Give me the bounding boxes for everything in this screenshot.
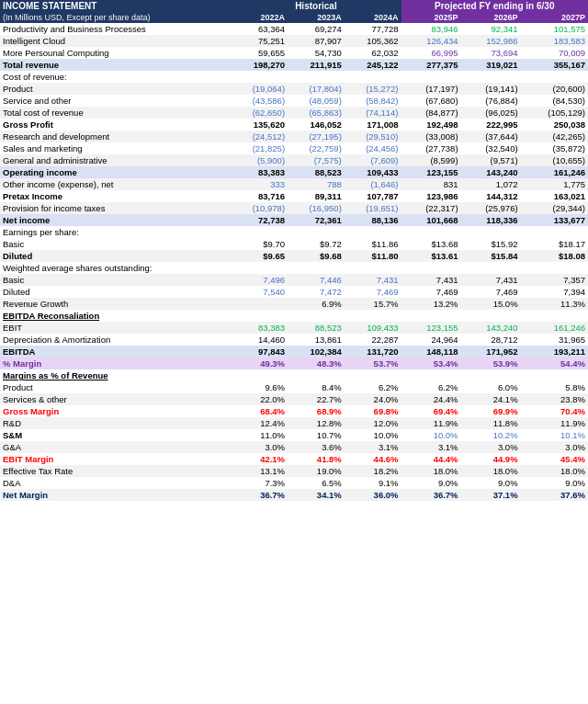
cell-value: 3.6% [288,441,345,453]
cell-value [288,226,345,238]
row-label: General and administrative [0,154,231,166]
cell-value: 109,433 [345,166,401,178]
row-label: Depreciation & Amortization [0,334,231,346]
row-label: Gross Profit [0,119,231,131]
cell-value: $13.61 [401,250,461,262]
table-row: Gross Margin68.4%68.9%69.8%69.4%69.9%70.… [0,405,588,417]
projected-header: Projected FY ending in 6/30 [401,0,588,12]
year-2026p: 2026P [461,12,521,23]
cell-value: (76,884) [461,95,521,107]
cell-value: 7,472 [288,286,345,298]
row-label: Operating income [0,166,231,178]
table-row: Depreciation & Amortization14,46013,8612… [0,334,588,346]
cell-value: (24,512) [231,131,288,142]
cell-value: 126,434 [401,35,461,47]
cell-value: 6.0% [461,381,521,393]
cell-value [401,71,461,83]
cell-value: 3.1% [345,441,401,453]
cell-value: $9.68 [288,250,345,262]
row-label: EBIT Margin [0,453,231,465]
cell-value: 42.1% [231,453,288,465]
row-label: Other income (expense), net [0,178,231,190]
cell-value: 123,986 [401,190,461,202]
cell-value: (96,025) [461,107,521,119]
cell-value: (24,456) [345,142,401,154]
cell-value: 69,274 [288,23,345,35]
cell-value [231,298,288,310]
cell-value: 36.0% [345,489,401,501]
cell-value [401,226,461,238]
table-row: Product(19,064)(17,804)(15,272)(17,197)(… [0,83,588,95]
cell-value: (16,950) [288,202,345,214]
income-statement-table: INCOME STATEMENT Historical Projected FY… [0,0,588,501]
cell-value: 89,311 [288,190,345,202]
cell-value: 69.9% [461,405,521,417]
cell-value: 171,952 [461,346,521,358]
row-label: Basic [0,238,231,250]
cell-value: 15.7% [345,298,401,310]
cell-value: 1,775 [521,178,588,190]
cell-value: 144,312 [461,190,521,202]
row-label: EBITDA Reconsaliation [0,310,231,322]
row-label: Gross Margin [0,405,231,417]
cell-value: 13.1% [231,465,288,477]
cell-value: (42,265) [521,131,588,142]
table-row: % Margin49.3%48.3%53.7%53.4%53.9%54.4% [0,358,588,369]
cell-value [345,226,401,238]
cell-value: 44.9% [461,453,521,465]
cell-value: 34.1% [288,489,345,501]
cell-value: 7,540 [231,286,288,298]
cell-value: (5,900) [231,154,288,166]
cell-value: 7,469 [461,286,521,298]
cell-value: 11.9% [521,417,588,429]
cell-value: 10.2% [461,429,521,441]
cell-value: 22.7% [288,393,345,405]
cell-value: 24.4% [401,393,461,405]
cell-value: 36.7% [401,489,461,501]
row-label: Total cost of revenue [0,107,231,119]
cell-value: 54.4% [521,358,588,369]
cell-value [231,262,288,274]
table-row: Productivity and Business Processes63,36… [0,23,588,35]
table-row: Services & other22.0%22.7%24.0%24.4%24.1… [0,393,588,405]
row-label: D&A [0,477,231,489]
cell-value: (15,272) [345,83,401,95]
cell-value: (10,978) [231,202,288,214]
row-label: Weighted average shares outstanding: [0,262,231,274]
cell-value: 83,716 [231,190,288,202]
cell-value: 319,021 [461,59,521,71]
cell-value: (43,586) [231,95,288,107]
cell-value: 3.0% [231,441,288,453]
cell-value: 18.0% [401,465,461,477]
row-label: Product [0,83,231,95]
cell-value: 10.0% [401,429,461,441]
cell-value: 6.9% [288,298,345,310]
cell-value: (7,575) [288,154,345,166]
row-label: Net Margin [0,489,231,501]
cell-value: 107,787 [345,190,401,202]
cell-value: 101,575 [521,23,588,35]
row-label: % Margin [0,358,231,369]
cell-value [521,226,588,238]
cell-value: 163,021 [521,190,588,202]
row-label: Sales and marketing [0,142,231,154]
row-label: Product [0,381,231,393]
cell-value: 18.2% [345,465,401,477]
cell-value: 31,965 [521,334,588,346]
cell-value: 148,118 [401,346,461,358]
table-row: Service and other(43,586)(48,059)(58,842… [0,95,588,107]
table-row: Gross Profit135,620146,052171,008192,498… [0,119,588,131]
table-row: Sales and marketing(21,825)(22,759)(24,4… [0,142,588,154]
table-row: Provision for income taxes(10,978)(16,95… [0,202,588,214]
cell-value: (25,976) [461,202,521,214]
cell-value: (29,510) [345,131,401,142]
cell-value: 88,136 [345,214,401,226]
cell-value: $11.80 [345,250,401,262]
cell-value [288,369,345,381]
cell-value: 68.9% [288,405,345,417]
cell-value: 44.4% [401,453,461,465]
cell-value: 245,122 [345,59,401,71]
cell-value: $18.17 [521,238,588,250]
cell-value: 333 [231,178,288,190]
cell-value: 7,357 [521,274,588,286]
